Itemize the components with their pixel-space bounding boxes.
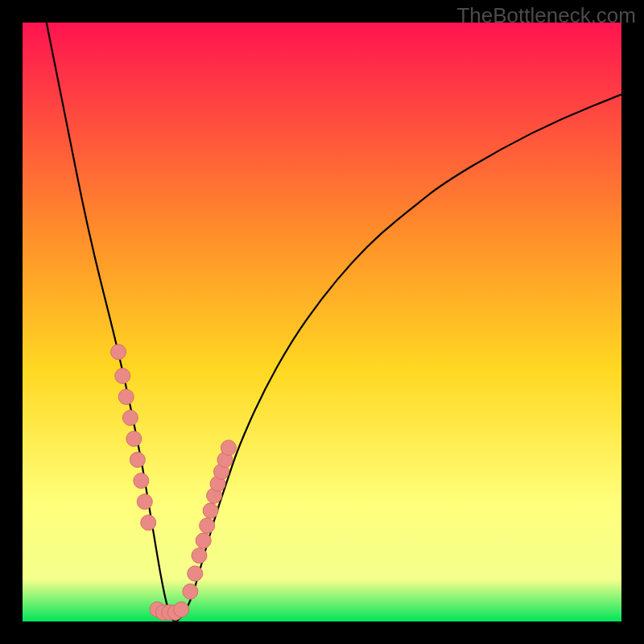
data-marker — [192, 548, 207, 564]
data-marker — [188, 566, 203, 581]
data-marker — [115, 368, 130, 383]
data-marker — [122, 411, 138, 426]
data-marker — [196, 533, 211, 548]
data-marker — [203, 503, 218, 518]
gradient-background — [23, 23, 621, 621]
chart-svg — [23, 23, 621, 621]
data-marker — [183, 584, 198, 599]
data-marker — [111, 345, 126, 360]
data-marker — [130, 452, 145, 468]
data-marker — [174, 602, 189, 617]
data-marker — [134, 473, 149, 489]
outer-frame: TheBottleneck.com — [0, 0, 644, 644]
data-marker — [221, 440, 236, 456]
data-marker — [126, 431, 142, 447]
data-marker — [118, 390, 134, 405]
data-marker — [137, 494, 152, 510]
data-marker — [141, 515, 156, 530]
plot-area — [23, 23, 621, 621]
data-marker — [200, 518, 215, 533]
